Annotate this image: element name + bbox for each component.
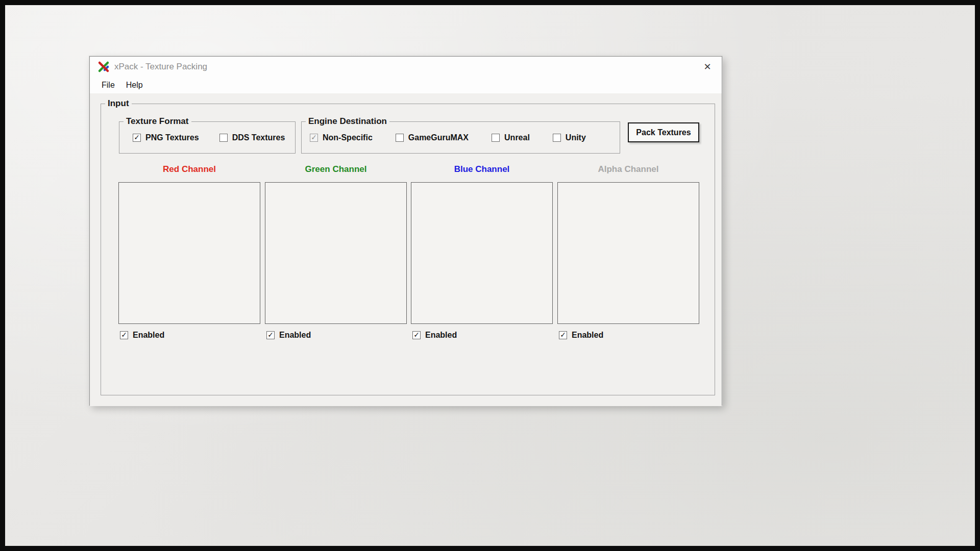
gamegurumax-checkbox-box	[396, 134, 404, 142]
blue-channel-listbox[interactable]	[411, 182, 553, 324]
alpha-channel-label: Alpha Channel	[557, 164, 699, 174]
channel-column-blue: Blue Channel ✓ Enabled	[411, 161, 553, 340]
xpack-logo-icon	[97, 61, 110, 73]
red-enabled-checkbox-box: ✓	[120, 331, 128, 339]
texture-format-label: Texture Format	[124, 116, 191, 127]
png-textures-checkbox-box: ✓	[133, 134, 141, 142]
channel-column-red: Red Channel ✓ Enabled	[118, 161, 260, 340]
desktop-background: xPack - Texture Packing ✕ File Help Inpu…	[0, 0, 980, 551]
engine-destination-label: Engine Destination	[306, 116, 389, 127]
texture-format-groupbox: Texture Format ✓ PNG Textures DDS Textur…	[119, 121, 296, 154]
unreal-label: Unreal	[504, 133, 530, 142]
non-specific-checkbox-box: ✓	[310, 134, 318, 142]
engine-destination-options: ✓ Non-Specific GameGuruMAX Unreal	[310, 133, 586, 142]
close-button[interactable]: ✕	[699, 60, 716, 74]
red-channel-enabled-checkbox[interactable]: ✓ Enabled	[120, 331, 260, 340]
client-area: Input Texture Format ✓ PNG Textures DDS …	[90, 93, 722, 406]
input-group-label: Input	[105, 98, 132, 109]
checkbox-non-specific[interactable]: ✓ Non-Specific	[310, 133, 373, 142]
dds-textures-label: DDS Textures	[232, 133, 285, 142]
alpha-channel-enabled-checkbox[interactable]: ✓ Enabled	[559, 331, 699, 340]
red-channel-label: Red Channel	[118, 164, 260, 174]
dds-textures-checkbox-box	[219, 134, 228, 142]
alpha-channel-listbox[interactable]	[557, 182, 699, 324]
input-groupbox: Input Texture Format ✓ PNG Textures DDS …	[101, 104, 715, 395]
texture-format-options: ✓ PNG Textures DDS Textures	[133, 133, 285, 142]
blue-enabled-checkbox-box: ✓	[412, 331, 421, 339]
channel-column-green: Green Channel ✓ Enabled	[265, 161, 407, 340]
window-title: xPack - Texture Packing	[114, 57, 207, 77]
blue-channel-enabled-checkbox[interactable]: ✓ Enabled	[412, 331, 553, 340]
channel-column-alpha: Alpha Channel ✓ Enabled	[557, 161, 699, 340]
green-channel-enabled-checkbox[interactable]: ✓ Enabled	[266, 331, 407, 340]
engine-destination-groupbox: Engine Destination ✓ Non-Specific GameGu…	[301, 121, 620, 154]
green-enabled-label: Enabled	[279, 331, 311, 340]
checkbox-unreal[interactable]: Unreal	[492, 133, 530, 142]
unreal-checkbox-box	[492, 134, 500, 142]
green-enabled-checkbox-box: ✓	[266, 331, 275, 339]
app-window: xPack - Texture Packing ✕ File Help Inpu…	[89, 56, 722, 406]
non-specific-label: Non-Specific	[323, 133, 373, 142]
menu-help[interactable]: Help	[120, 77, 149, 93]
checkbox-gamegurumax[interactable]: GameGuruMAX	[396, 133, 469, 142]
pack-textures-button[interactable]: Pack Textures	[628, 122, 699, 142]
green-channel-label: Green Channel	[265, 164, 407, 174]
blue-channel-label: Blue Channel	[411, 164, 553, 174]
blue-enabled-label: Enabled	[425, 331, 457, 340]
unity-label: Unity	[566, 133, 586, 142]
checkbox-dds-textures[interactable]: DDS Textures	[219, 133, 285, 142]
alpha-enabled-label: Enabled	[572, 331, 603, 340]
menubar: File Help	[90, 77, 722, 93]
gamegurumax-label: GameGuruMAX	[408, 133, 469, 142]
red-enabled-label: Enabled	[133, 331, 164, 340]
checkbox-unity[interactable]: Unity	[553, 133, 586, 142]
menu-file[interactable]: File	[96, 77, 120, 93]
green-channel-listbox[interactable]	[265, 182, 407, 324]
unity-checkbox-box	[553, 134, 561, 142]
png-textures-label: PNG Textures	[145, 133, 199, 142]
alpha-enabled-checkbox-box: ✓	[559, 331, 567, 339]
checkbox-png-textures[interactable]: ✓ PNG Textures	[133, 133, 199, 142]
window-titlebar: xPack - Texture Packing ✕	[90, 57, 722, 77]
red-channel-listbox[interactable]	[118, 182, 260, 324]
